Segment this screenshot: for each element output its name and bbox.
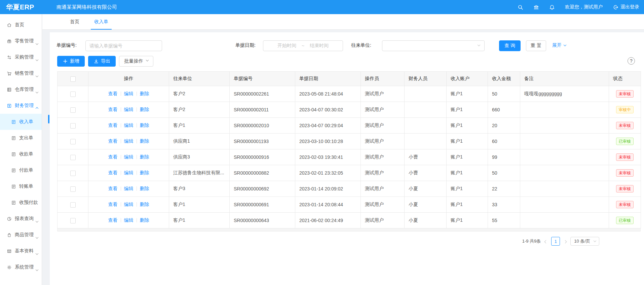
edit-link[interactable]: 编辑: [124, 91, 134, 96]
delete-link[interactable]: 删除: [140, 154, 149, 159]
sidebar-item-payment-bill[interactable]: 付款单: [0, 162, 42, 178]
action-separator: [121, 186, 121, 191]
sidebar-item-purchase[interactable]: 采购管理: [0, 49, 42, 65]
table-row: 查看编辑删除客户1SR000000020102023-04-07 00:29:0…: [58, 118, 641, 134]
delete-link[interactable]: 删除: [140, 186, 149, 191]
table-header-row: 操作往来单位单据编号单据日期操作员财务人员收入账户收入金额备注状态: [58, 72, 641, 86]
tab-income[interactable]: 收入单: [94, 14, 108, 29]
edit-link[interactable]: 编辑: [124, 122, 134, 128]
action-separator: [121, 139, 121, 143]
delete-link[interactable]: 删除: [140, 202, 149, 207]
action-separator: [121, 218, 121, 222]
sidebar-item-transfer-bill[interactable]: 转账单: [0, 178, 42, 194]
view-link[interactable]: 查看: [108, 138, 118, 144]
delete-link[interactable]: 删除: [140, 122, 149, 128]
income-amount-cell: 99: [488, 149, 520, 165]
sidebar-item-system[interactable]: 系统管理: [0, 259, 42, 275]
sidebar-item-sales[interactable]: 销售管理: [0, 65, 42, 81]
bank-icon[interactable]: [533, 4, 539, 10]
sidebar-item-income-bill[interactable]: 收入单: [0, 114, 42, 130]
row-checkbox[interactable]: [70, 171, 76, 176]
table-row: 查看编辑删除客户3SR000000006922023-01-14 20:09:0…: [58, 181, 641, 197]
search-icon[interactable]: [518, 4, 523, 10]
batch-actions-button[interactable]: 批量操作: [119, 56, 153, 67]
edit-link[interactable]: 编辑: [124, 138, 134, 144]
delete-link[interactable]: 删除: [140, 217, 149, 223]
header-checkbox[interactable]: [70, 76, 76, 82]
bell-icon[interactable]: [549, 4, 555, 10]
row-checkbox[interactable]: [70, 218, 76, 223]
edit-link[interactable]: 编辑: [124, 107, 134, 112]
search-button[interactable]: 查 询: [499, 40, 521, 51]
sidebar-item-label: 采购管理: [15, 54, 34, 60]
edit-link[interactable]: 编辑: [124, 202, 134, 207]
row-checkbox[interactable]: [70, 155, 76, 160]
edit-link[interactable]: 编辑: [124, 154, 134, 159]
sidebar-item-label: 付款单: [19, 167, 33, 173]
view-link[interactable]: 查看: [108, 122, 118, 128]
plus-icon: [63, 59, 68, 64]
retail-icon: [7, 39, 12, 44]
expand-toggle[interactable]: 展开: [552, 42, 566, 48]
sidebar-item-goods[interactable]: 商品管理: [0, 227, 42, 243]
table-row: 查看编辑删除江苏德鲁生物科技有限...SR000000008822023-02-…: [58, 165, 641, 181]
unit-cell: 客户2: [169, 102, 230, 118]
row-checkbox[interactable]: [70, 107, 76, 113]
column-header: 单据编号: [230, 72, 295, 86]
unit-select[interactable]: [382, 40, 485, 51]
income-account-cell: 账户1: [447, 118, 488, 134]
edit-link[interactable]: 编辑: [124, 217, 134, 223]
view-link[interactable]: 查看: [108, 217, 118, 223]
add-button[interactable]: 新增: [57, 56, 85, 67]
row-checkbox[interactable]: [70, 202, 76, 208]
sidebar-item-retail[interactable]: 零售管理: [0, 33, 42, 49]
prev-page-button[interactable]: [544, 239, 548, 244]
view-link[interactable]: 查看: [108, 202, 118, 207]
bill-no-cell: SR00000002010: [230, 118, 295, 134]
sidebar-item-finance[interactable]: 财务管理: [0, 98, 42, 114]
next-page-button[interactable]: [563, 239, 567, 244]
sidebar-item-label: 收入单: [19, 119, 33, 125]
export-label: 导出: [101, 58, 110, 64]
view-link[interactable]: 查看: [108, 170, 118, 175]
menu-scrollbar-thumb[interactable]: [48, 115, 49, 123]
status-badge: 未审核: [616, 185, 634, 192]
column-header: 收入账户: [447, 72, 488, 86]
view-link[interactable]: 查看: [108, 154, 118, 159]
delete-link[interactable]: 删除: [140, 170, 149, 175]
row-checkbox[interactable]: [70, 186, 76, 192]
sidebar-item-warehouse[interactable]: 仓库管理: [0, 81, 42, 98]
sidebar-item-report[interactable]: 报表查询: [0, 211, 42, 227]
tab-home[interactable]: 首页: [70, 14, 79, 29]
edit-link[interactable]: 编辑: [124, 186, 134, 191]
delete-link[interactable]: 删除: [140, 138, 149, 144]
sidebar-item-home[interactable]: 首页: [0, 17, 42, 33]
sidebar-item-expense-bill[interactable]: 支出单: [0, 130, 42, 146]
delete-link[interactable]: 删除: [140, 107, 149, 112]
view-link[interactable]: 查看: [108, 91, 118, 96]
row-checkbox[interactable]: [70, 92, 76, 97]
bill-no-input[interactable]: [85, 40, 162, 51]
help-icon[interactable]: ?: [628, 57, 635, 65]
delete-link[interactable]: 删除: [140, 91, 149, 96]
sidebar-item-receipt-bill[interactable]: 收款单: [0, 146, 42, 162]
table-horizontal-scrollbar[interactable]: [57, 228, 641, 231]
status-cell: 未审核: [609, 118, 641, 134]
bill-date-cell: 2023-01-14 20:08:44: [295, 197, 361, 213]
date-range-picker[interactable]: 开始时间 ~ 结束时间: [263, 40, 343, 51]
current-page-button[interactable]: 1: [551, 237, 560, 246]
row-checkbox[interactable]: [70, 123, 76, 129]
export-button[interactable]: 导出: [88, 56, 116, 67]
chevron-right-icon: [564, 240, 567, 243]
view-link[interactable]: 查看: [108, 186, 118, 191]
page-size-select[interactable]: 10 条/页: [570, 237, 599, 246]
sidebar-item-prepaid[interactable]: 收预付款: [0, 194, 42, 211]
logout-button[interactable]: 退出登录: [613, 4, 639, 10]
sidebar-item-basic[interactable]: 基本资料: [0, 243, 42, 259]
view-link[interactable]: 查看: [108, 107, 118, 112]
chevron-down-icon: [36, 267, 38, 273]
reset-button[interactable]: 重 置: [526, 40, 546, 51]
row-checkbox[interactable]: [70, 139, 76, 144]
edit-link[interactable]: 编辑: [124, 170, 134, 175]
chevron-down-icon: [564, 43, 566, 46]
